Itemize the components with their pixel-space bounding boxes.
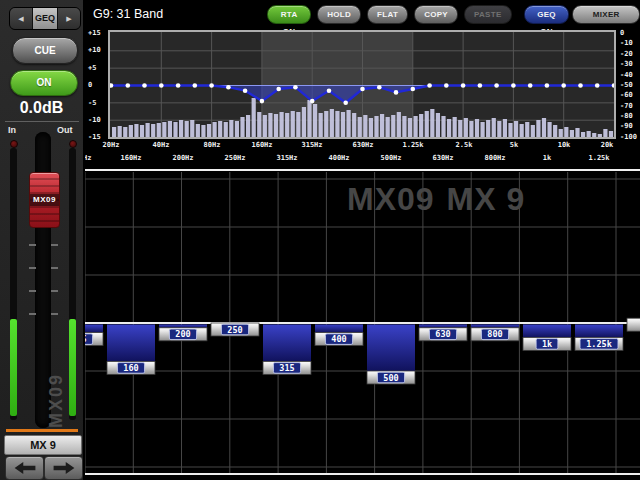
freq-axis-label: 315Hz	[294, 141, 330, 149]
rta-tick-label: -30	[620, 60, 633, 68]
channel-color-bar	[6, 429, 78, 432]
band-fader-handle-edge[interactable]	[627, 318, 640, 331]
geq-selector-label: GEQ	[32, 8, 58, 29]
eq-band-dot-500	[343, 101, 348, 106]
eq-band-dot-25	[126, 83, 131, 88]
window-freq-label: 1k	[529, 154, 565, 162]
eq-band-dot-3.15k	[478, 83, 483, 88]
db-tick-label: 0	[88, 81, 92, 89]
cue-button[interactable]: CUE	[12, 37, 78, 64]
freq-axis-label: 2.5k	[446, 141, 482, 149]
geq-screen: ◀ GEQ ▶ CUE ON 0.0dB In Out MX09 MX09 MX…	[0, 0, 640, 480]
db-tick-label: +10	[88, 46, 101, 54]
band-label: 1k	[542, 339, 552, 349]
db-tick-label: -15	[88, 133, 101, 141]
input-level-meter	[10, 148, 17, 420]
eq-band-dot-5k	[511, 83, 516, 88]
band-label: 160	[123, 363, 138, 373]
fader-scale-tick	[29, 290, 36, 292]
next-channel-button[interactable]	[44, 456, 83, 480]
band-fader-fill	[85, 325, 103, 333]
fader-knob-label: MX09	[30, 194, 59, 206]
arrow-right-icon	[51, 460, 77, 476]
band-fader-630: 630	[419, 325, 467, 341]
header-button-flat[interactable]: FLAT	[367, 5, 408, 24]
header-button-paste: PASTE	[464, 5, 512, 24]
channel-fader-knob[interactable]: MX09	[29, 172, 60, 228]
db-tick-label: -5	[88, 99, 96, 107]
band-label: 630	[435, 329, 450, 339]
freq-axis-label: 160Hz	[244, 141, 280, 149]
rta-tick-label: -100	[620, 133, 637, 141]
prev-channel-button[interactable]	[5, 456, 44, 480]
band-fader-fill	[315, 325, 363, 333]
window-freq-label: 250Hz	[217, 154, 253, 162]
band-fader-fill	[159, 325, 207, 328]
fader-scale-tick	[51, 290, 58, 292]
window-freq-label: 630Hz	[425, 154, 461, 162]
band-label: 400	[331, 334, 346, 344]
eq-band-dot-125	[243, 88, 248, 93]
eq-band-dot-2k	[444, 83, 449, 88]
eq-band-dot-16k	[595, 83, 600, 88]
eq-plot	[108, 30, 616, 139]
band-fader-section: 1251602002503154005006308001k1.25k	[85, 172, 640, 473]
freq-axis-label: 10k	[546, 141, 582, 149]
header-button-rta-on[interactable]: RTA ON	[267, 5, 311, 24]
rta-tick-label: -70	[620, 102, 633, 110]
freq-axis-label: 40Hz	[143, 141, 179, 149]
eq-band-dot-80	[209, 83, 214, 88]
eq-band-dot-10k	[561, 83, 566, 88]
fader-scale-tick	[29, 244, 36, 246]
channel-nameplate: MX 9	[4, 435, 82, 455]
band-fader-800: 800	[471, 325, 519, 341]
eq-band-dot-1.6k	[427, 83, 432, 88]
header-button-geq-on[interactable]: GEQ ON	[524, 5, 570, 24]
rta-tick-label: -60	[620, 91, 633, 99]
eq-band-dot-400	[327, 88, 332, 93]
eq-band-dot-63	[193, 83, 198, 88]
prev-geq-button[interactable]: ◀	[10, 8, 32, 29]
db-tick-label: +5	[88, 64, 96, 72]
eq-band-dot-800	[377, 85, 382, 90]
channel-on-button[interactable]: ON	[10, 70, 78, 96]
window-freq-label: 200Hz	[165, 154, 201, 162]
meter-out-label: Out	[57, 125, 73, 135]
eq-band-dot-50	[176, 83, 181, 88]
rta-tick-label: -10	[620, 39, 633, 47]
meter-in-peak-led	[10, 140, 18, 148]
channel-id-watermark: MX09	[46, 352, 70, 428]
eq-band-dot-200	[276, 87, 281, 92]
eq-band-dot-12.5k	[578, 83, 583, 88]
band-fader-160: 160	[107, 325, 155, 375]
eq-band-dot-2.5k	[461, 83, 466, 88]
output-level-meter	[69, 148, 76, 420]
band-fader-fill	[263, 325, 311, 362]
rta-tick-label: -90	[620, 122, 633, 130]
fader-scale-tick	[51, 244, 58, 246]
freq-axis-label: 20Hz	[93, 141, 129, 149]
band-label: 1.25k	[586, 339, 612, 349]
header-button-copy[interactable]: COPY	[414, 5, 458, 24]
eq-band-dot-6.3k	[528, 83, 533, 88]
arrow-left-icon	[12, 460, 38, 476]
channel-strip-sidebar: ◀ GEQ ▶ CUE ON 0.0dB In Out MX09 MX09 MX…	[0, 0, 85, 480]
meter-out-peak-led	[69, 140, 77, 148]
rta-tick-label: 0	[620, 29, 624, 37]
db-tick-label: +15	[88, 29, 101, 37]
band-fader-1k: 1k	[523, 325, 571, 351]
fader-scale-tick	[29, 267, 36, 269]
freq-axis-label: 630Hz	[345, 141, 381, 149]
window-freq-label: 500Hz	[373, 154, 409, 162]
band-fader-fill	[575, 325, 623, 338]
bottom-separator	[85, 473, 640, 475]
eq-band-dot-315	[310, 99, 315, 104]
meter-in-label: In	[8, 125, 16, 135]
db-tick-label: -10	[88, 116, 101, 124]
geq-main-area: G9: 31 Band RTA ONHOLDFLATCOPYPASTEGEQ O…	[85, 0, 640, 480]
header-button-mixer[interactable]: MIXER	[572, 5, 640, 24]
fader-scale-tick	[51, 313, 58, 315]
header-button-hold[interactable]: HOLD	[317, 5, 361, 24]
band-fader-1.25k: 1.25k	[575, 325, 623, 351]
next-geq-button[interactable]: ▶	[58, 8, 80, 29]
